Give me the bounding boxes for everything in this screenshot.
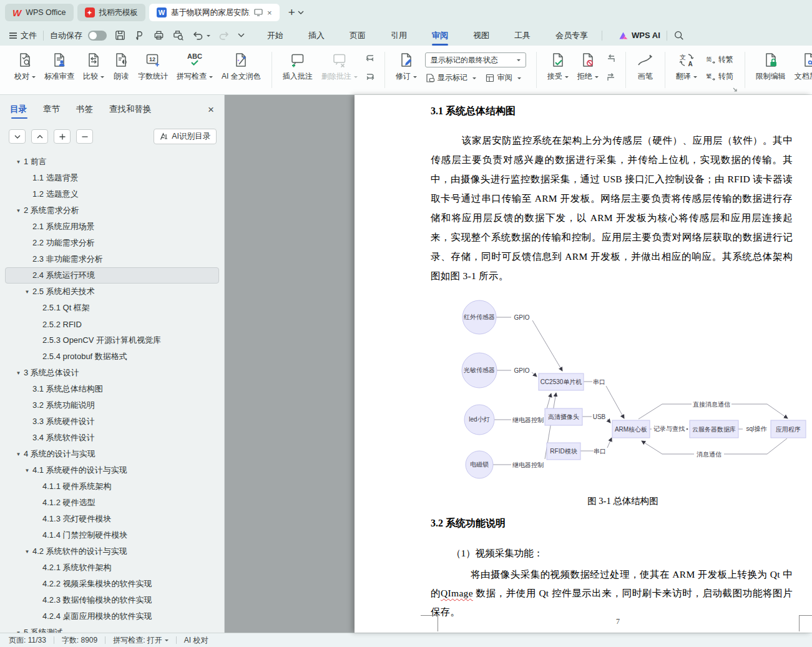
- export-pdf-icon[interactable]: [134, 29, 145, 41]
- search-icon[interactable]: [673, 30, 685, 41]
- previous-revision-icon[interactable]: [605, 53, 617, 64]
- tab-list-dropdown-icon[interactable]: [298, 11, 304, 14]
- menu-page[interactable]: 页面: [348, 26, 367, 45]
- close-sidebar-icon[interactable]: ×: [208, 104, 214, 119]
- reject-revision-button[interactable]: 拒绝: [573, 51, 603, 83]
- sidebar-tab-sections[interactable]: 章节: [43, 104, 60, 119]
- collapse-arrow-icon[interactable]: ▼: [22, 549, 32, 555]
- ai-polish-button[interactable]: AI 全文润色: [217, 51, 265, 83]
- new-tab-button[interactable]: +: [288, 6, 295, 19]
- collapse-arrow-icon[interactable]: ▼: [22, 468, 32, 473]
- toc-item[interactable]: 2.2 功能需求分析: [5, 235, 219, 251]
- toc-item[interactable]: ▼4.2 系统软件的设计与实现: [5, 543, 219, 560]
- collapse-arrow-icon[interactable]: ▼: [13, 370, 24, 376]
- toc-item[interactable]: 4.2.3 数据传输模块的软件实现: [5, 592, 219, 608]
- menu-member[interactable]: 会员专享: [554, 26, 589, 45]
- encrypt-document-button[interactable]: 文档加密: [790, 51, 812, 83]
- wps-ai-button[interactable]: WPS AI: [619, 31, 660, 40]
- tab-docer-templates[interactable]: ✦ 找稻壳模板: [77, 4, 146, 21]
- tab-document[interactable]: W 基于物联网的家居安防监控系 ×: [149, 4, 280, 21]
- to-traditional-button[interactable]: 简 转繁: [705, 54, 733, 65]
- menu-reference[interactable]: 引用: [389, 26, 408, 45]
- toc-item[interactable]: 3.3 系统硬件设计: [5, 413, 219, 430]
- read-aloud-button[interactable]: 朗读: [109, 51, 134, 83]
- collapse-arrow-icon[interactable]: ▼: [13, 208, 24, 214]
- page-indicator[interactable]: 页面: 11/33: [9, 635, 46, 646]
- save-icon[interactable]: [114, 29, 126, 41]
- toc-item[interactable]: 3.2 系统功能说明: [5, 397, 219, 413]
- toc-item[interactable]: ▼5 系统测试: [5, 625, 219, 633]
- proofread-button[interactable]: 校对: [10, 51, 40, 83]
- dialog-launcher-icon[interactable]: [732, 87, 738, 93]
- insert-comment-button[interactable]: 插入批注: [278, 51, 317, 83]
- toc-item[interactable]: 3.1 系统总体结构图: [5, 381, 219, 397]
- toc-item[interactable]: ▼3 系统总体设计: [5, 365, 219, 381]
- sidebar-tab-contents[interactable]: 目录: [10, 104, 27, 119]
- word-count-button[interactable]: 12 字数统计: [134, 51, 172, 83]
- document-page[interactable]: 3.1 系统总体结构图 该家居安防监控系统在架构上分为传感层（硬件）、应用层（软…: [355, 95, 812, 633]
- toc-item[interactable]: 2.5.1 Qt 框架: [5, 300, 219, 316]
- previous-comment-icon[interactable]: [364, 53, 376, 64]
- toc-item[interactable]: 2.3 非功能需求分析: [5, 251, 219, 267]
- tab-wps-office[interactable]: W WPS Office: [5, 4, 74, 21]
- menu-home[interactable]: 开始: [266, 26, 285, 45]
- toc-item[interactable]: ▼4 系统的设计与实现: [5, 446, 219, 462]
- history-dropdown-icon[interactable]: [238, 33, 245, 37]
- toc-item[interactable]: 2.5.4 protobuf 数据格式: [5, 348, 219, 365]
- accept-revision-button[interactable]: 接受: [543, 51, 573, 83]
- spell-check-button[interactable]: ABC 拼写检查: [172, 51, 217, 83]
- next-revision-icon[interactable]: [605, 72, 617, 83]
- toc-item[interactable]: 2.4 系统运行环境: [5, 267, 219, 284]
- toc-item[interactable]: 1.1 选题背景: [5, 170, 219, 186]
- sidebar-tab-bookmarks[interactable]: 书签: [76, 104, 93, 119]
- toc-item[interactable]: ▼4.1 系统硬件的设计与实现: [5, 462, 219, 478]
- menu-view[interactable]: 视图: [472, 26, 491, 45]
- toc-item[interactable]: ▼1 前言: [5, 154, 219, 170]
- print-preview-icon[interactable]: [172, 29, 184, 41]
- collapse-arrow-icon[interactable]: ▼: [13, 630, 24, 633]
- undo-button[interactable]: [192, 30, 210, 41]
- track-changes-button[interactable]: 修订: [391, 51, 421, 83]
- collapse-arrow-icon[interactable]: ▼: [13, 452, 24, 457]
- collapse-all-button[interactable]: [31, 129, 48, 144]
- collapse-arrow-icon[interactable]: ▼: [13, 159, 24, 165]
- toc-item[interactable]: 4.1.3 亮灯硬件模块: [5, 511, 219, 527]
- close-tab-icon[interactable]: ×: [267, 8, 272, 17]
- next-comment-icon[interactable]: [364, 72, 376, 83]
- to-simplified-button[interactable]: 繁 转简: [705, 71, 733, 82]
- toc-item[interactable]: 1.2 选题意义: [5, 186, 219, 202]
- expand-all-button[interactable]: [9, 129, 26, 144]
- delete-comment-button[interactable]: 删除批注: [317, 51, 362, 83]
- toc-item[interactable]: 2.1 系统应用场景: [5, 219, 219, 235]
- translate-button[interactable]: 文A 翻译: [672, 51, 702, 83]
- toc-item[interactable]: ▼2 系统需求分析: [5, 202, 219, 219]
- toc-item[interactable]: 4.1.1 硬件系统架构: [5, 478, 219, 495]
- zoom-in-toc-button[interactable]: [54, 129, 71, 144]
- toc-item[interactable]: 4.2.1 系统软件架构: [5, 560, 219, 576]
- toc-item[interactable]: 3.4 系统软件设计: [5, 430, 219, 446]
- restrict-editing-button[interactable]: 限制编辑: [751, 51, 790, 83]
- toc-item[interactable]: 2.5.3 OpenCV 开源计算机视觉库: [5, 332, 219, 348]
- word-count-indicator[interactable]: 字数: 8909: [62, 635, 97, 646]
- show-markup-button[interactable]: 显示标记: [425, 72, 476, 83]
- menu-tools[interactable]: 工具: [513, 26, 532, 45]
- zoom-out-toc-button[interactable]: [76, 129, 93, 144]
- standard-review-button[interactable]: 标准审查: [40, 51, 79, 83]
- ai-proofread-button[interactable]: AI 校对: [184, 635, 208, 646]
- toc-item[interactable]: 4.2.2 视频采集模块的软件实现: [5, 576, 219, 592]
- present-to-screen-icon[interactable]: [254, 9, 263, 16]
- collapse-arrow-icon[interactable]: ▼: [22, 289, 32, 295]
- markup-state-dropdown[interactable]: 显示标记的最终状态: [425, 52, 526, 67]
- ink-brush-button[interactable]: 画笔: [632, 51, 658, 83]
- autosave-control[interactable]: 自动保存: [50, 30, 107, 41]
- spellcheck-status[interactable]: 拼写检查: 打开: [113, 635, 169, 646]
- toc-item[interactable]: 4.1.4 门禁控制硬件模块: [5, 527, 219, 543]
- sidebar-tab-find-replace[interactable]: 查找和替换: [109, 104, 152, 119]
- compare-button[interactable]: 比较: [79, 51, 109, 83]
- file-menu[interactable]: 文件: [9, 30, 37, 41]
- menu-insert[interactable]: 插入: [307, 26, 326, 45]
- toc-item[interactable]: 4.2.4 桌面应用模块的软件实现: [5, 608, 219, 625]
- print-icon[interactable]: [153, 29, 165, 41]
- toc-item[interactable]: ▼2.5 系统相关技术: [5, 284, 219, 300]
- review-pane-button[interactable]: 审阅: [485, 72, 521, 83]
